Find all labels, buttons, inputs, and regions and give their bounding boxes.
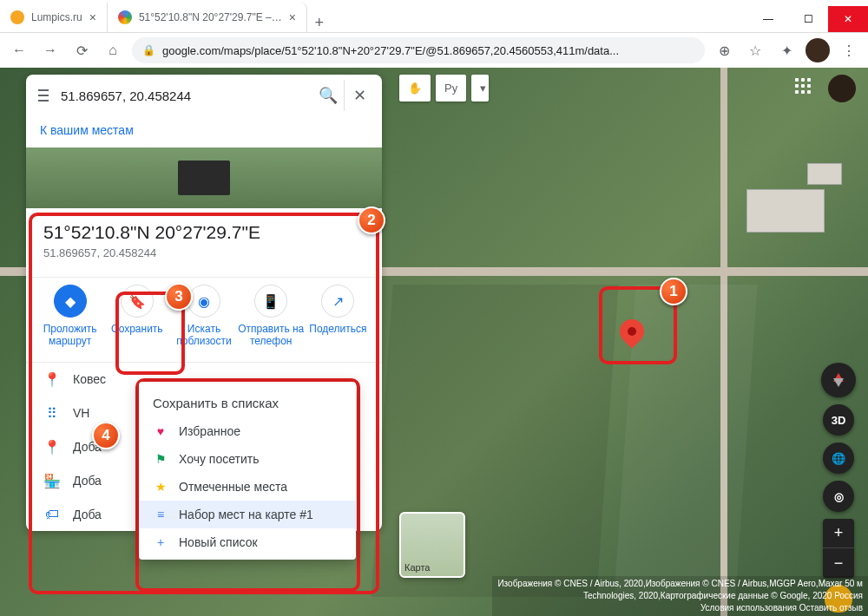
tab-title: 51°52'10.8"N 20°27'29.7"E – Goo bbox=[139, 11, 282, 23]
url-text: google.com/maps/place/51°52'10.8"N+20°27… bbox=[162, 44, 694, 57]
browser-toolbar: ← → ⟳ ⌂ 🔒 google.com/maps/place/51°52'10… bbox=[0, 33, 868, 68]
browser-tab[interactable]: Lumpics.ru × bbox=[0, 3, 108, 32]
phone-icon: 📱 bbox=[254, 285, 287, 318]
tab-title: Lumpics.ru bbox=[31, 11, 82, 23]
action-label: Искать поблизости bbox=[170, 323, 237, 348]
zoom-in-button[interactable]: + bbox=[823, 519, 854, 548]
coordinates-title: 51°52'10.8"N 20°27'29.7"E bbox=[43, 222, 365, 243]
minimize-button[interactable]: — bbox=[748, 6, 788, 32]
store-icon: 🏪 bbox=[43, 473, 61, 489]
list-item-label: Доба bbox=[73, 474, 102, 488]
plus-code-icon: ⠿ bbox=[43, 405, 61, 422]
zoom-control: + − bbox=[823, 519, 854, 578]
account-avatar[interactable] bbox=[828, 75, 856, 102]
forward-button[interactable]: → bbox=[38, 38, 62, 62]
attrib-line[interactable]: Условия использования Оставить отзыв bbox=[497, 602, 863, 614]
browser-tab-active[interactable]: 51°52'10.8"N 20°27'29.7"E – Goo × bbox=[108, 3, 307, 32]
list-icon: ≡ bbox=[153, 508, 168, 521]
zoom-indicator-icon[interactable]: ⊕ bbox=[712, 38, 736, 62]
list-label: Новый список bbox=[179, 535, 258, 549]
menu-icon[interactable]: ⋮ bbox=[837, 38, 861, 62]
home-button[interactable]: ⌂ bbox=[101, 38, 125, 62]
back-button[interactable]: ← bbox=[7, 38, 31, 62]
search-input[interactable] bbox=[54, 88, 312, 103]
search-row: 🔍 ✕ bbox=[26, 75, 382, 116]
annotation-badge: 4 bbox=[92, 422, 120, 449]
action-label: Поделиться bbox=[309, 323, 366, 335]
clear-icon[interactable]: ✕ bbox=[344, 80, 375, 111]
map-right-controls: 3D 🌐 ◎ + − bbox=[821, 363, 856, 613]
profile-avatar[interactable] bbox=[806, 38, 830, 62]
popup-title: Сохранить в списках bbox=[139, 392, 356, 417]
label-icon: 🏷 bbox=[43, 507, 61, 522]
action-row: ◆ Проложить маршрут 🔖 Сохранить ◉ Искать… bbox=[26, 277, 382, 362]
save-list-starred[interactable]: ★Отмеченные места bbox=[139, 473, 356, 501]
list-label: Отмеченные места bbox=[179, 480, 287, 494]
map-edit-toolbar: ✋ Py ▾ bbox=[399, 75, 489, 102]
annotation-badge: 2 bbox=[358, 206, 385, 234]
layer-label: Карта bbox=[404, 562, 430, 573]
heart-icon: ♥ bbox=[153, 424, 168, 438]
tool-dropdown[interactable]: ▾ bbox=[471, 75, 489, 102]
add-place-icon: 📍 bbox=[43, 439, 61, 455]
attrib-line: Technologies, 2020,Картографические данн… bbox=[497, 590, 863, 602]
share-icon: ↗ bbox=[321, 285, 354, 318]
save-list-custom[interactable]: ≡Набор мест на карте #1 bbox=[139, 501, 356, 528]
attrib-line: Изображения © CNES / Airbus, 2020,Изобра… bbox=[497, 578, 863, 590]
save-list-want-to-go[interactable]: ⚑Хочу посетить bbox=[139, 445, 356, 473]
tab-favicon-icon bbox=[118, 10, 132, 24]
close-window-button[interactable]: ✕ bbox=[828, 6, 868, 32]
your-places-link[interactable]: К вашим местам bbox=[26, 116, 382, 147]
compass-icon[interactable] bbox=[821, 363, 856, 397]
bookmark-icon: 🔖 bbox=[121, 285, 154, 318]
tab-favicon-icon bbox=[10, 10, 24, 24]
locate-me-button[interactable]: ◎ bbox=[823, 481, 854, 512]
google-apps-icon[interactable] bbox=[795, 78, 816, 99]
new-tab-button[interactable]: + bbox=[307, 14, 332, 32]
save-list-favorites[interactable]: ♥Избранное bbox=[139, 417, 356, 445]
extensions-icon[interactable]: ✦ bbox=[774, 38, 799, 62]
list-item-label: Ковес bbox=[73, 372, 106, 386]
plus-icon: + bbox=[153, 535, 168, 549]
coordinates-decimal: 51.869657, 20.458244 bbox=[43, 246, 365, 259]
building bbox=[807, 163, 842, 185]
hamburger-menu-icon[interactable] bbox=[33, 89, 54, 102]
building bbox=[746, 189, 825, 233]
reload-button[interactable]: ⟳ bbox=[69, 38, 94, 62]
close-icon[interactable]: × bbox=[289, 10, 296, 24]
save-list-new[interactable]: +Новый список bbox=[139, 528, 356, 556]
action-label: Отправить на телефон bbox=[238, 323, 305, 348]
list-item-label: VH bbox=[73, 406, 89, 420]
address-bar[interactable]: 🔒 google.com/maps/place/51°52'10.8"N+20°… bbox=[132, 37, 705, 63]
action-label: Проложить маршрут bbox=[36, 323, 103, 348]
globe-button[interactable]: 🌐 bbox=[823, 442, 854, 474]
save-lists-popup: Сохранить в списках ♥Избранное ⚑Хочу пос… bbox=[139, 382, 356, 560]
maximize-button[interactable]: ☐ bbox=[788, 6, 828, 32]
list-item-label: Доба bbox=[73, 508, 102, 521]
directions-icon: ◆ bbox=[54, 285, 87, 318]
send-to-phone-button[interactable]: 📱 Отправить на телефон bbox=[238, 285, 305, 348]
coordinates-block: 51°52'10.8"N 20°27'29.7"E 51.869657, 20.… bbox=[26, 208, 382, 277]
save-button[interactable]: 🔖 Сохранить bbox=[103, 285, 170, 348]
3d-toggle-button[interactable]: 3D bbox=[823, 404, 854, 436]
close-icon[interactable]: × bbox=[89, 10, 96, 24]
ruler-tool-button[interactable]: Py bbox=[436, 75, 466, 102]
streetview-preview[interactable] bbox=[26, 147, 382, 208]
layer-toggle[interactable]: Карта bbox=[399, 512, 465, 578]
list-label: Набор мест на карте #1 bbox=[179, 508, 313, 521]
annotation-badge: 1 bbox=[660, 278, 687, 305]
action-label: Сохранить bbox=[111, 323, 163, 335]
share-button[interactable]: ↗ Поделиться bbox=[305, 285, 372, 348]
bookmark-icon[interactable]: ☆ bbox=[743, 38, 767, 62]
directions-button[interactable]: ◆ Проложить маршрут bbox=[36, 285, 103, 348]
hand-tool-button[interactable]: ✋ bbox=[399, 75, 431, 102]
window-controls: — ☐ ✕ bbox=[748, 6, 868, 32]
search-icon[interactable]: 🔍 bbox=[312, 80, 344, 111]
annotation-badge: 3 bbox=[165, 283, 193, 311]
pin-icon: 📍 bbox=[43, 371, 61, 388]
star-icon: ★ bbox=[153, 480, 168, 494]
lock-icon: 🔒 bbox=[142, 44, 155, 56]
zoom-out-button[interactable]: − bbox=[823, 548, 854, 578]
list-label: Хочу посетить bbox=[179, 452, 259, 466]
list-label: Избранное bbox=[179, 424, 240, 438]
